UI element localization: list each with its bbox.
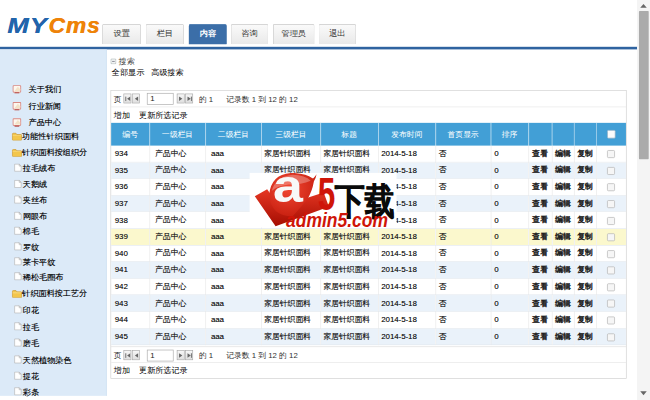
svg-text:admin5.com: admin5.com <box>286 209 388 228</box>
svg-text:a: a <box>273 173 304 212</box>
